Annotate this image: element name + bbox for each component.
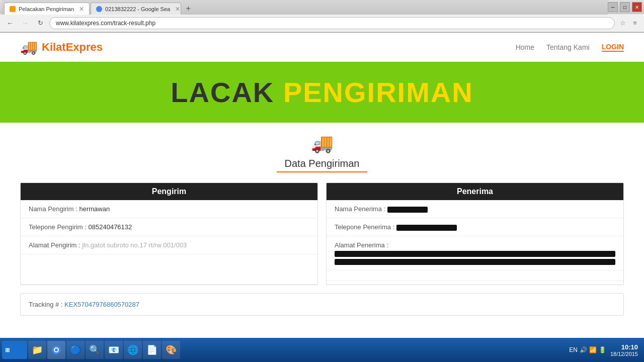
nav-bar: ← → ↻ www.kilatexpres.com/track-result.p…: [0, 14, 644, 32]
section-underline: [277, 171, 367, 172]
pengirim-card: Pengirim Nama Pengirim : hermawan Telepo…: [20, 183, 318, 285]
penerima-header: Penerima: [327, 183, 623, 200]
tracking-label: Tracking # :: [29, 301, 62, 308]
pengirim-alamat-label: Alamat Pengirim :: [29, 241, 80, 249]
section-title: Data Pengiriman: [20, 158, 624, 169]
tracking-number[interactable]: KEX57047976860570287: [64, 301, 139, 308]
penerima-telpon-row: Telepone Penerima :: [327, 218, 623, 236]
browser-chrome: Pelacakan Pengiriman ✕ 0213832222 - Goog…: [0, 0, 644, 33]
pengirim-telpon-label: Telepone Pengirim :: [29, 223, 87, 231]
address-bar[interactable]: www.kilatexpres.com/track-result.php: [49, 17, 615, 29]
tab-google[interactable]: 0213832222 - Google Sea ✕: [91, 3, 181, 15]
pengirim-nama-value: hermawan: [79, 205, 110, 213]
truck-logo-icon: 🚚: [20, 39, 38, 55]
tracking-row: Tracking # : KEX57047976860570287: [21, 294, 623, 315]
tab-close-2[interactable]: ✕: [175, 6, 180, 13]
address-text: www.kilatexpres.com/track-result.php: [56, 20, 155, 27]
maximize-btn[interactable]: □: [620, 2, 630, 12]
pengirim-extra-row: [21, 254, 317, 285]
pengirim-nama-label: Nama Pengirim :: [29, 205, 77, 213]
nav-login[interactable]: LOGIN: [602, 43, 624, 52]
penerima-telpon-label: Telepone Penerima :: [335, 223, 394, 231]
pengirim-telpon-value: 085240476132: [89, 223, 132, 231]
penerima-nama-row: Nama Penerima :: [327, 200, 623, 218]
tab-pelacakan[interactable]: Pelacakan Pengiriman ✕: [4, 3, 90, 15]
penerima-body: Nama Penerima : Telepone Penerima : Alam…: [327, 200, 623, 281]
pengirim-header: Pengirim: [21, 183, 317, 200]
minimize-btn[interactable]: ─: [608, 2, 618, 12]
tab-favicon-2: [96, 6, 102, 12]
penerima-telpon-value: [396, 225, 457, 231]
penerima-card: Penerima Nama Penerima : Telepone Peneri…: [326, 183, 624, 285]
settings-icon[interactable]: ≡: [630, 18, 640, 28]
delivery-icon: 🚚: [20, 133, 624, 154]
tabs-bar: Pelacakan Pengiriman ✕ 0213832222 - Goog…: [2, 0, 608, 15]
back-btn[interactable]: ←: [4, 17, 16, 29]
tab-favicon-1: [10, 6, 16, 12]
nav-actions: ☆ ≡: [618, 18, 640, 28]
tracking-section: Tracking # : KEX57047976860570287: [20, 293, 624, 316]
pengirim-body: Nama Pengirim : hermawan Telepone Pengir…: [21, 200, 317, 285]
cards-row: Pengirim Nama Pengirim : hermawan Telepo…: [20, 183, 624, 285]
hero-lacak: LACAK: [171, 76, 274, 108]
penerima-alamat-value: [335, 251, 615, 257]
tab-title-1: Pelacakan Pengiriman: [19, 6, 74, 12]
nav-home[interactable]: Home: [516, 43, 534, 51]
forward-btn[interactable]: →: [19, 17, 31, 29]
new-tab-btn[interactable]: +: [181, 3, 195, 15]
penerima-nama-value: [387, 207, 428, 213]
new-tab-icon: +: [186, 4, 190, 13]
pengirim-alamat-value: jln.gatot subroto no.17 rt/rw 001/003: [82, 241, 187, 249]
page-content: 🚚 KilatExpres Home Tentang Kami LOGIN LA…: [0, 33, 644, 323]
pengirim-alamat-row: Alamat Pengirim : jln.gatot subroto no.1…: [21, 236, 317, 254]
site-nav-links: Home Tentang Kami LOGIN: [516, 43, 624, 52]
refresh-btn[interactable]: ↻: [34, 17, 46, 29]
penerima-extra-row: [327, 270, 623, 281]
bookmark-star-icon[interactable]: ☆: [618, 18, 628, 28]
logo-area: 🚚 KilatExpres: [20, 39, 103, 55]
site-header: 🚚 KilatExpres Home Tentang Kami LOGIN: [0, 33, 644, 62]
hero-pengiriman: PENGIRIMAN: [283, 76, 473, 108]
close-btn[interactable]: ✕: [632, 2, 642, 12]
logo-text[interactable]: KilatExpres: [42, 41, 103, 54]
penerima-alamat-value2: [335, 259, 615, 265]
tab-close-1[interactable]: ✕: [79, 6, 84, 13]
window-controls: ─ □ ✕: [608, 2, 642, 12]
penerima-alamat-label: Alamat Penerima :: [335, 241, 388, 249]
nav-tentang[interactable]: Tentang Kami: [546, 43, 590, 51]
main-content: 🚚 Data Pengiriman Pengirim Nama Pengirim…: [0, 123, 644, 323]
penerima-alamat-row: Alamat Penerima :: [327, 236, 623, 270]
pengirim-nama-row: Nama Pengirim : hermawan: [21, 200, 317, 218]
hero-text: LACAK PENGIRIMAN: [0, 76, 644, 109]
hero-banner: LACAK PENGIRIMAN: [0, 62, 644, 123]
title-bar: Pelacakan Pengiriman ✕ 0213832222 - Goog…: [0, 0, 644, 14]
pengirim-telpon-row: Telepone Pengirim : 085240476132: [21, 218, 317, 236]
tab-title-2: 0213832222 - Google Sea: [105, 6, 170, 12]
penerima-nama-label: Nama Penerima :: [335, 205, 385, 213]
